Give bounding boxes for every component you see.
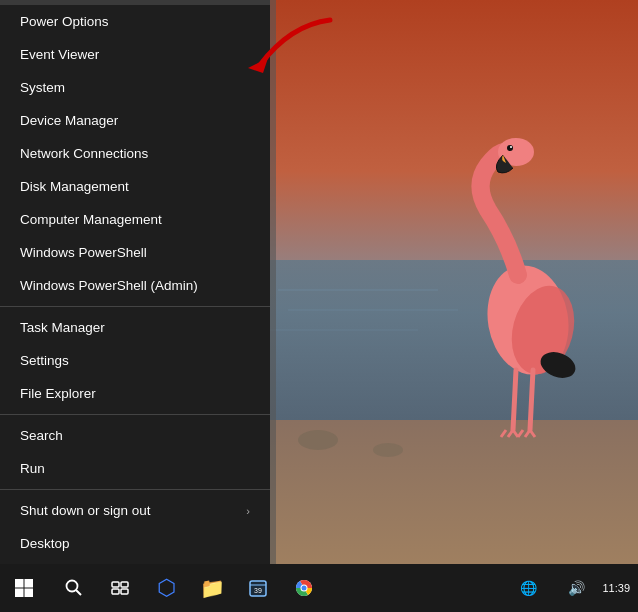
menu-item-power-options[interactable]: Power Options [0,5,270,38]
svg-rect-23 [112,582,119,587]
menu-item-disk-management[interactable]: Disk Management [0,170,270,203]
menu-item-label: Search [20,428,63,443]
menu-item-label: Shut down or sign out [20,503,151,518]
taskbar: ⬡ 📁 39 [0,564,638,612]
menu-item-label: Run [20,461,45,476]
menu-item-label: System [20,80,65,95]
menu-item-label: Disk Management [20,179,129,194]
context-menu: Apps and Features Mobility Center Power … [0,0,270,564]
svg-rect-17 [15,579,24,588]
taskbar-icon-group: ⬡ 📁 39 [48,566,506,610]
svg-point-32 [302,586,307,591]
menu-item-event-viewer[interactable]: Event Viewer [0,38,270,71]
svg-line-22 [76,590,81,595]
svg-point-10 [507,145,513,151]
svg-rect-24 [121,582,128,587]
taskview-icon [111,579,129,597]
svg-point-6 [298,430,338,450]
chrome-icon [294,578,314,598]
menu-item-windows-powershell[interactable]: Windows PowerShell [0,236,270,269]
menu-item-label: Power Options [20,14,109,29]
svg-point-7 [373,443,403,457]
taskbar-calendar-button[interactable]: 39 [236,566,280,610]
taskbar-taskview-button[interactable] [98,566,142,610]
start-button[interactable] [0,564,48,612]
menu-item-run[interactable]: Run [0,452,270,485]
svg-rect-1 [258,260,638,440]
menu-item-label: Network Connections [20,146,148,161]
search-icon [65,579,83,597]
svg-point-11 [510,146,512,148]
submenu-chevron-icon: › [246,505,250,517]
menu-item-label: Computer Management [20,212,162,227]
menu-item-label: Event Viewer [20,47,99,62]
svg-rect-25 [112,589,119,594]
menu-item-search[interactable]: Search [0,419,270,452]
menu-item-desktop[interactable]: Desktop [0,527,270,560]
svg-rect-18 [25,579,34,588]
windows-logo-icon [14,578,34,598]
menu-item-label: Windows PowerShell (Admin) [20,278,198,293]
menu-item-label: Device Manager [20,113,118,128]
svg-line-14 [513,370,516,430]
svg-rect-20 [25,589,34,598]
svg-rect-19 [15,589,24,598]
menu-divider-3 [0,489,270,490]
taskbar-explorer-button[interactable]: 📁 [190,566,234,610]
clock-time: 11:39 [602,581,630,595]
menu-item-file-explorer[interactable]: File Explorer [0,377,270,410]
menu-item-label: Desktop [20,536,70,551]
svg-text:39: 39 [254,587,262,594]
menu-item-system[interactable]: System [0,71,270,104]
svg-rect-26 [121,589,128,594]
taskbar-edge-button[interactable]: ⬡ [144,566,188,610]
menu-divider-2 [0,414,270,415]
menu-divider-1 [0,306,270,307]
taskbar-clock[interactable]: 11:39 [602,581,630,595]
menu-item-device-manager[interactable]: Device Manager [0,104,270,137]
menu-item-windows-powershell-admin[interactable]: Windows PowerShell (Admin) [0,269,270,302]
network-icon[interactable]: 🌐 [506,566,550,610]
svg-line-15 [530,370,533,430]
menu-item-settings[interactable]: Settings [0,344,270,377]
menu-item-label: Task Manager [20,320,105,335]
desktop-wallpaper [258,0,638,570]
system-tray: 🌐 🔊 11:39 [506,566,638,610]
taskbar-search-button[interactable] [52,566,96,610]
calendar-icon: 39 [248,578,268,598]
menu-item-label: Settings [20,353,69,368]
menu-item-computer-management[interactable]: Computer Management [0,203,270,236]
menu-item-shut-down[interactable]: Shut down or sign out › [0,494,270,527]
menu-item-task-manager[interactable]: Task Manager [0,311,270,344]
volume-icon[interactable]: 🔊 [554,566,598,610]
svg-point-21 [67,581,78,592]
menu-item-network-connections[interactable]: Network Connections [0,137,270,170]
menu-item-label: File Explorer [20,386,96,401]
menu-item-label: Windows PowerShell [20,245,147,260]
taskbar-chrome-button[interactable] [282,566,326,610]
